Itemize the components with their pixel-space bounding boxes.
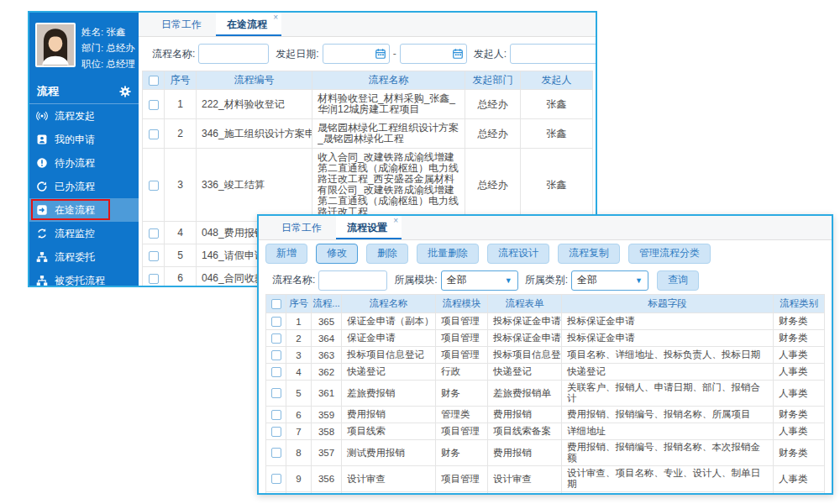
row-checkbox[interactable] [149,228,159,239]
column-header: 发起人 [521,71,593,90]
initiator-input[interactable] [510,44,596,64]
row-checkbox[interactable] [271,367,281,377]
cell-no: 2 [165,119,197,149]
process-design-button[interactable]: 流程设计 [487,244,549,264]
row-checkbox[interactable] [271,427,281,437]
cell-no: 8 [286,440,312,466]
process-name-input[interactable] [318,270,387,291]
sidebar-item-process-delegation[interactable]: 流程委托 [29,245,139,269]
start-date-from-input[interactable] [323,44,390,64]
cell-no: 4 [165,222,197,244]
row-checkbox[interactable] [271,388,281,398]
cell-code: 355 [312,492,342,496]
column-header: 流程... [312,295,342,313]
table-row[interactable]: 3363投标项目信息登记项目管理投标项目信息登记项目名称、详细地址、投标负责人、… [266,347,825,364]
column-header: 标题字段 [562,295,774,313]
row-checkbox[interactable] [271,410,281,420]
add-button[interactable]: 新增 [265,244,307,264]
sidebar-item-done-processes[interactable]: 已办流程 [29,175,139,198]
table-row[interactable]: 7358项目线索项目管理项目线索备案详细地址人事类 [266,423,825,440]
table-row[interactable]: 9356设计审查项目管理设计审查设计审查、项目名称、专业、设计人、制单日期人事类 [266,466,825,492]
date-separator: - [393,48,396,60]
row-checkbox[interactable] [149,100,159,110]
sidebar-item-in-transit-processes[interactable]: 在途流程 [29,198,139,222]
table-row[interactable]: 6359费用报销管理类费用报销费用报销、报销编号、报销名称、所属项目财务类 [266,407,825,423]
tab-process-settings[interactable]: 流程设置× [336,216,402,239]
table-row[interactable]: 3336_竣工结算收入合同_改建铁路成渝线增建第二直通线（成渝枢纽）电力线路迁改… [143,149,593,222]
cell-no: 9 [286,466,312,492]
sidebar-item-my-applications[interactable]: 我的申请 [29,128,139,151]
tab-daily-work[interactable]: 日常工作 [150,13,216,36]
sidebar-item-process-monitor[interactable]: 流程监控 [29,222,139,245]
cell-no: 4 [286,364,312,381]
row-checkbox[interactable] [271,350,281,360]
row-checkbox[interactable] [271,448,281,458]
checkbox-cell [266,381,286,407]
cell-module: 行政 [436,364,488,381]
batch-delete-button[interactable]: 批量删除 [417,244,479,264]
process-name-label: 流程名称: [272,273,315,287]
row-checkbox[interactable] [271,333,281,344]
start-date-to-input[interactable] [400,44,467,64]
row-checkbox[interactable] [271,474,281,484]
cell-no: 7 [286,423,312,440]
gear-icon[interactable] [119,86,131,97]
cell-title-fields: 快递登记 [562,364,774,381]
row-checkbox[interactable] [149,251,159,261]
cell-category: 人事类 [774,364,825,381]
cell-dept: 总经办 [465,90,521,119]
table-row[interactable]: 1365保证金申请（副本）项目管理投标保证金申请投标保证金申请财务类 [266,313,825,330]
cell-title-fields: 投标保证金申请 [562,313,774,330]
cell-no: 5 [286,381,312,407]
tab-close-icon[interactable]: × [393,217,398,225]
row-checkbox[interactable] [271,317,281,327]
column-header: 流程名称 [342,295,436,313]
tab-daily-work[interactable]: 日常工作 [270,216,336,239]
cell-name: 快递登记 [342,364,436,381]
select-all-checkbox[interactable] [149,76,159,86]
category-select[interactable]: 全部 ▼ [571,270,648,291]
table-row[interactable]: 8357测试费用报销财务费用报销费用报销、报销编号、报销名称、本次报销金额财务类 [266,440,825,466]
table-row[interactable]: 1222_材料验收登记材料验收登记_材料采购_张鑫_华润12城房建工程项目总经办… [143,90,593,119]
process-name-input[interactable] [198,44,269,64]
sidebar-item-process-start[interactable]: 流程发起 [29,104,139,128]
table-row[interactable]: 10355设计进度汇报项目管理设计进度汇报设计进度汇报、所属项目、任务名称、任务… [266,492,825,496]
cell-form: 项目线索备案 [488,423,562,440]
sidebar-item-label: 我的申请 [55,133,95,147]
tab-close-icon[interactable]: × [273,13,278,22]
column-header: 流程名称 [312,71,465,90]
checkbox-cell [266,492,286,496]
process-copy-button[interactable]: 流程复制 [558,244,620,264]
table-row[interactable]: 4362快递登记行政快递登记快递登记人事类 [266,364,825,381]
row-checkbox[interactable] [149,274,159,284]
row-checkbox[interactable] [149,129,159,139]
column-header: 序号 [286,295,312,313]
cell-category: 财务类 [774,313,825,330]
table-row[interactable]: 2346_施工组织设计方案申请晟铭园林绿化工程组织设计方案_晟铭园林绿化工程总经… [143,119,593,149]
cell-code: 357 [312,440,342,466]
cell-no: 3 [165,149,197,222]
table-row[interactable]: 2364保证金申请项目管理投标保证金申请投标保证金申请财务类 [266,330,825,347]
table-row[interactable]: 5361差旅费报销财务差旅费报销单关联客户、报销人、申请日期、部门、报销合计人事… [266,381,825,407]
header-row: 序号流程编号流程名称发起部门发起人 [143,71,593,90]
edit-button[interactable]: 修改 [316,244,358,264]
manage-categories-button[interactable]: 管理流程分类 [628,244,711,264]
select-all-checkbox[interactable] [271,299,281,309]
broadcast-icon [36,110,48,122]
cell-name: 项目线索 [342,423,436,440]
window1-tabbar: 日常工作在途流程× [139,13,596,37]
sidebar-item-label: 流程监控 [55,227,95,241]
sidebar-item-delegated-processes[interactable]: 被委托流程 [29,269,139,286]
cell-category: 财务类 [774,440,825,466]
checkbox-cell [266,440,286,466]
cell-category: 财务类 [774,330,825,347]
sidebar-item-todo-processes[interactable]: 待办流程 [29,151,139,175]
row-checkbox[interactable] [149,181,159,191]
transit-icon [36,204,48,216]
cell-person: 张鑫 [521,119,593,149]
id-card-icon [36,134,48,145]
module-select[interactable]: 全部 ▼ [441,270,518,291]
delete-button[interactable]: 删除 [366,244,408,264]
tab-in-transit[interactable]: 在途流程× [216,13,281,36]
search-button[interactable]: 查询 [657,270,699,291]
